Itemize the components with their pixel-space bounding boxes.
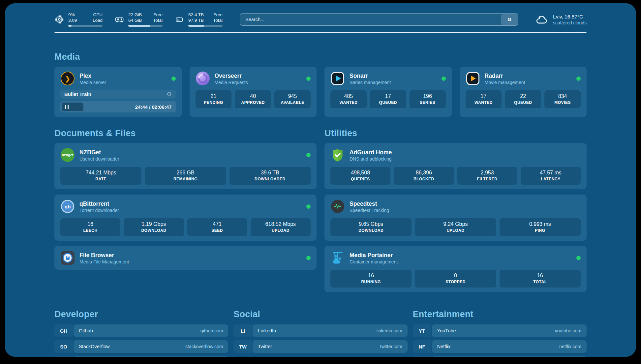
stat-label: LEECH <box>62 228 119 233</box>
stat-value: 21 <box>197 93 230 99</box>
link-name: LinkedIn <box>258 328 276 333</box>
app-name: File Browser <box>79 252 129 259</box>
stat-value: 618.52 Mbps <box>252 221 309 227</box>
stat-value: 196 <box>411 93 444 99</box>
stat-label: SEED <box>189 228 246 233</box>
app-card-speedtest[interactable]: Speedtest Speedtest Tracking 9.65 Gbps D… <box>324 195 587 241</box>
link-abbr: LI <box>233 324 252 337</box>
stat-tile: 9.24 Gbps UPLOAD <box>415 218 496 236</box>
links-column-social: Social LI LinkedIn linkedin.com TW Twitt… <box>233 309 407 357</box>
link-row-dev[interactable]: DT DEV dev.to <box>54 356 228 357</box>
link-url: netflix.com <box>559 344 581 349</box>
app-card-nzbget[interactable]: nzbget NZBGet Usenet downloader 744.21 M… <box>54 143 317 189</box>
search-input[interactable] <box>240 13 518 26</box>
stat-tile: 47.57 ms LATENCY <box>521 167 581 185</box>
app-subtitle: Usenet downloader <box>79 156 119 162</box>
app-card-portainer[interactable]: Media Portainer Container management 16 … <box>324 246 587 292</box>
stat-tile: 0.993 ms PING <box>500 218 581 236</box>
ram-progress-fill <box>128 25 150 27</box>
disk-free-label: Free <box>213 12 223 17</box>
app-name: AdGuard Home <box>350 149 392 156</box>
ram-free-label: Free <box>153 12 163 17</box>
stat-label: UPLOAD <box>252 228 309 233</box>
stat-value: 9.24 Gbps <box>416 221 495 227</box>
link-row-github[interactable]: GH Github github.com <box>54 324 228 337</box>
stat-tile: 17 QUEUED <box>370 90 406 108</box>
link-abbr: TW <box>233 340 252 353</box>
search-engine-button[interactable]: G <box>501 14 518 25</box>
link-url: youtube.com <box>555 328 581 333</box>
weather-location-temp: Lviv, 16.87°C <box>553 14 587 20</box>
stat-tile: 744.21 Mbps RATE <box>60 167 141 185</box>
now-playing-title: Bullet Train <box>64 91 91 97</box>
link-row-reddit[interactable]: RE Reddit reddit.com <box>413 356 587 357</box>
status-dot <box>171 76 176 81</box>
weather-widget[interactable]: Lviv, 16.87°C scattered clouds <box>534 12 587 27</box>
stat-label: BLOCKED <box>395 177 452 181</box>
link-abbr: NF <box>413 340 431 353</box>
app-name: Media Portainer <box>350 252 398 259</box>
gear-icon[interactable]: ⚙ <box>167 91 171 97</box>
now-playing-progress-bar[interactable]: 24:44 / 02:06:47 <box>60 101 176 112</box>
stat-tile: 1.19 Gbps DOWNLOAD <box>124 218 184 236</box>
stat-label: SERIES <box>411 100 444 105</box>
stat-label: DOWNLOADED <box>231 177 309 181</box>
app-card-filebrowser[interactable]: File Browser Media File Management <box>54 246 317 270</box>
stat-tile: 22 QUEUED <box>505 90 541 108</box>
links-column-developer: Developer GH Github github.com SO StackO… <box>54 309 228 357</box>
link-url: twitter.com <box>380 344 402 349</box>
ram-total-value: 64 GiB <box>128 17 142 23</box>
stat-label: REMAINING <box>146 177 225 181</box>
link-name: StackOverflow <box>79 344 109 349</box>
app-name: NZBGet <box>79 149 119 156</box>
dashboard-canvas: 9% 3.09 CPU Load <box>5 3 636 357</box>
link-row-twitter[interactable]: TW Twitter twitter.com <box>233 340 407 353</box>
stat-label: PING <box>501 228 579 233</box>
stat-value: 744.21 Mbps <box>62 170 140 176</box>
header: 9% 3.09 CPU Load <box>54 3 587 27</box>
links-column-entertainment: Entertainment YT YouTube youtube.com NF … <box>413 309 587 357</box>
disk-total-value: 97.9 TB <box>188 17 204 23</box>
app-card-qbittorrent[interactable]: qb qBittorrent Torrent downloader 16 LEE… <box>54 195 317 241</box>
pause-button[interactable] <box>64 104 69 110</box>
app-card-sonarr[interactable]: Sonarr Series management 485 WANTED 17 Q… <box>324 67 452 117</box>
documents-column: Documents & Files nzbget NZBGet Usenet d… <box>54 128 317 292</box>
link-row-youtube[interactable]: YT YouTube youtube.com <box>413 324 587 337</box>
stat-value: 16 <box>332 273 410 279</box>
app-card-overseerr[interactable]: Overseerr Media Requests 21 PENDING 40 A… <box>190 67 317 117</box>
app-card-radarr[interactable]: Radarr Movie management 17 WANTED 22 QUE… <box>460 67 587 117</box>
app-subtitle: Container management <box>350 259 398 264</box>
app-card-plex[interactable]: ❯ Plex Media server Bullet Train ⚙ 24:44… <box>54 67 182 117</box>
app-card-adguard[interactable]: AdGuard Home DNS and adblocking 498,508 … <box>324 143 587 189</box>
radarr-icon <box>466 72 479 85</box>
disk-progress-track <box>188 25 223 27</box>
disk-total-label: Total <box>213 17 223 23</box>
weather-condition: scattered clouds <box>553 20 587 25</box>
speedtest-pulse-icon <box>331 200 344 213</box>
stat-label: QUEUED <box>506 100 540 105</box>
stat-value: 2,953 <box>459 170 516 176</box>
stat-tile: 2,953 FILTERED <box>457 167 517 185</box>
stat-label: DOWNLOAD <box>332 228 410 233</box>
plex-icon: ❯ <box>61 72 75 85</box>
stat-value: 86,396 <box>395 170 452 176</box>
ram-progress-track <box>128 25 163 27</box>
stat-label: WANTED <box>467 100 501 105</box>
header-divider <box>54 32 587 33</box>
stat-label: QUERIES <box>332 177 389 181</box>
app-name: Plex <box>79 72 106 79</box>
stat-value: 0.993 ms <box>501 221 579 227</box>
cpu-usage-value: 9% <box>68 12 77 17</box>
link-row-netflix[interactable]: NF Netflix netflix.com <box>413 340 587 353</box>
link-url: github.com <box>200 328 223 333</box>
stat-value: 47.57 ms <box>522 170 579 176</box>
stat-label: DOWNLOAD <box>125 228 182 233</box>
link-row-stackoverflow[interactable]: SO StackOverflow stackoverflow.com <box>54 340 228 353</box>
ram-total-label: Total <box>153 17 163 23</box>
app-name: Overseerr <box>215 72 248 79</box>
link-name: Github <box>79 328 93 333</box>
link-row-linkedin[interactable]: LI LinkedIn linkedin.com <box>233 324 407 337</box>
stat-tile: 17 WANTED <box>466 90 502 108</box>
stat-value: 16 <box>62 221 119 227</box>
system-stat-ram: 22 GiB 64 GiB Free Total <box>114 12 163 27</box>
